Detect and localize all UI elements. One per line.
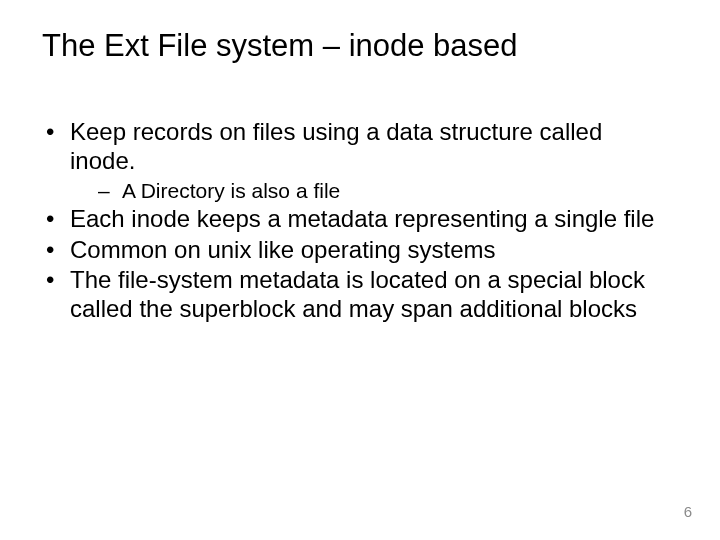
list-item: Common on unix like operating systems [42,236,662,265]
bullet-text: A Directory is also a file [122,179,340,202]
bullet-text: Keep records on files using a data struc… [70,118,602,174]
bullet-text: Common on unix like operating systems [70,236,496,263]
slide: The Ext File system – inode based Keep r… [0,0,720,540]
slide-title: The Ext File system – inode based [42,28,518,64]
bullet-list: Keep records on files using a data struc… [42,118,662,324]
bullet-text: The file-system metadata is located on a… [70,266,645,322]
sub-bullet-list: A Directory is also a file [70,178,662,203]
list-item: Each inode keeps a metadata representing… [42,205,662,234]
page-number: 6 [684,503,692,520]
bullet-text: Each inode keeps a metadata representing… [70,205,654,232]
list-item: A Directory is also a file [70,178,662,203]
slide-body: Keep records on files using a data struc… [42,118,662,326]
list-item: The file-system metadata is located on a… [42,266,662,324]
list-item: Keep records on files using a data struc… [42,118,662,203]
